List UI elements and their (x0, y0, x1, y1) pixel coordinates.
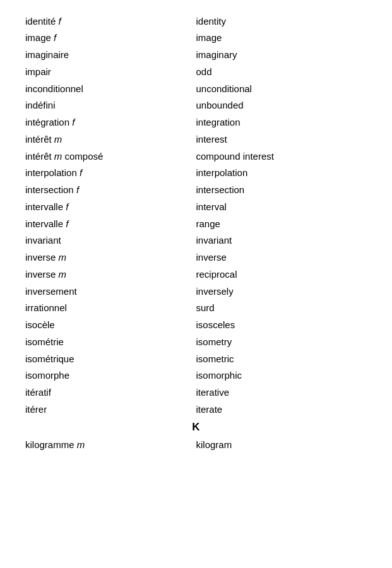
french-term: inversement (25, 283, 196, 300)
table-row: inverse minverse (25, 249, 367, 266)
table-row: isocèleisosceles (25, 317, 367, 334)
french-term: indéfini (25, 97, 196, 114)
table-row: isométrieisometry (25, 333, 367, 350)
french-term: isomorphe (25, 367, 196, 384)
english-term: invariant (196, 232, 367, 249)
table-row: inverse mreciprocal (25, 266, 367, 283)
english-term: compound interest (196, 148, 367, 165)
table-row: image fimage (25, 30, 367, 47)
english-term: intersection (196, 182, 367, 199)
table-row: inversementinversely (25, 283, 367, 300)
table-row: intérêt m composécompound interest (25, 148, 367, 165)
english-term: iterative (196, 384, 367, 401)
english-term: isosceles (196, 317, 367, 334)
english-term: interval (196, 198, 367, 215)
section-header-k: K (25, 418, 367, 437)
french-term: isocèle (25, 317, 196, 334)
table-row: intersection fintersection (25, 182, 367, 199)
english-term: kilogram (196, 437, 367, 454)
french-term: irrationnel (25, 300, 196, 317)
table-row: impairodd (25, 63, 367, 80)
table-row: kilogramme mkilogram (25, 437, 367, 454)
table-row: indéfiniunbounded (25, 97, 367, 114)
french-term: isométrie (25, 333, 196, 350)
table-row: irrationnelsurd (25, 300, 367, 317)
table-row: intégration fintegration (25, 114, 367, 131)
french-term: inconditionnel (25, 80, 196, 97)
table-row: intervalle frange (25, 215, 367, 232)
english-term: identity (196, 13, 367, 30)
table-row: identité fidentity (25, 13, 367, 30)
english-term: integration (196, 114, 367, 131)
english-term: unconditional (196, 80, 367, 97)
english-term: inverse (196, 249, 367, 266)
english-term: isomorphic (196, 367, 367, 384)
french-term: image f (25, 30, 196, 47)
table-row: itéreriterate (25, 401, 367, 418)
french-term: intérêt m (25, 131, 196, 148)
french-term: itérer (25, 401, 196, 418)
english-term: iterate (196, 401, 367, 418)
english-term: unbounded (196, 97, 367, 114)
french-term: intégration f (25, 114, 196, 131)
french-term: imaginaire (25, 47, 196, 64)
french-term: itératif (25, 384, 196, 401)
section-header-row: K (25, 418, 367, 437)
french-term: kilogramme m (25, 437, 196, 454)
table-row: imaginaireimaginary (25, 47, 367, 64)
english-term: range (196, 215, 367, 232)
french-term: impair (25, 63, 196, 80)
french-term: invariant (25, 232, 196, 249)
table-row: interpolation finterpolation (25, 165, 367, 182)
english-term: reciprocal (196, 266, 367, 283)
table-row: inconditionnelunconditional (25, 80, 367, 97)
french-term: intervalle f (25, 215, 196, 232)
english-term: inversely (196, 283, 367, 300)
english-term: odd (196, 63, 367, 80)
english-term: interpolation (196, 165, 367, 182)
table-row: itératifiterative (25, 384, 367, 401)
english-term: isometric (196, 350, 367, 367)
french-term: inverse m (25, 266, 196, 283)
dictionary-table: identité fidentityimage fimageimaginaire… (25, 13, 367, 453)
french-term: intersection f (25, 182, 196, 199)
french-term: isométrique (25, 350, 196, 367)
table-row: isomorpheisomorphic (25, 367, 367, 384)
french-term: intervalle f (25, 198, 196, 215)
french-term: identité f (25, 13, 196, 30)
table-row: intervalle finterval (25, 198, 367, 215)
french-term: interpolation f (25, 165, 196, 182)
french-term: inverse m (25, 249, 196, 266)
table-row: invariantinvariant (25, 232, 367, 249)
table-row: isométriqueisometric (25, 350, 367, 367)
english-term: interest (196, 131, 367, 148)
table-row: intérêt minterest (25, 131, 367, 148)
english-term: surd (196, 300, 367, 317)
english-term: image (196, 30, 367, 47)
french-term: intérêt m composé (25, 148, 196, 165)
english-term: imaginary (196, 47, 367, 64)
english-term: isometry (196, 333, 367, 350)
